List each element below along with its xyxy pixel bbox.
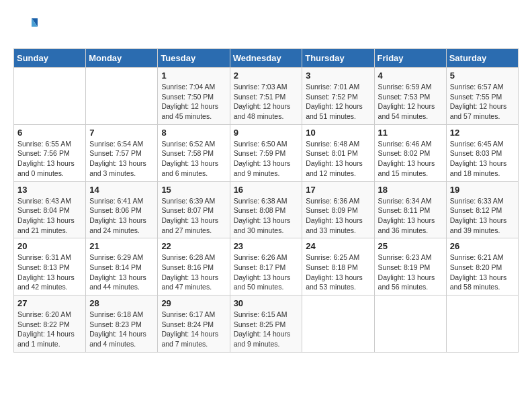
day-info: Sunrise: 6:38 AM Sunset: 8:08 PM Dayligh… <box>234 196 299 236</box>
day-number: 26 <box>450 241 515 251</box>
day-info: Sunrise: 6:18 AM Sunset: 8:23 PM Dayligh… <box>89 310 154 349</box>
day-number: 16 <box>234 185 299 195</box>
day-number: 15 <box>161 185 226 195</box>
calendar-cell: 1Sunrise: 7:04 AM Sunset: 7:50 PM Daylig… <box>158 68 230 125</box>
day-info: Sunrise: 6:50 AM Sunset: 7:59 PM Dayligh… <box>234 139 299 179</box>
calendar-week-5: 27Sunrise: 6:20 AM Sunset: 8:22 PM Dayli… <box>14 295 519 353</box>
day-number: 11 <box>378 128 443 138</box>
day-number: 24 <box>306 241 370 251</box>
day-number: 22 <box>161 241 226 251</box>
day-number: 20 <box>17 241 82 251</box>
day-info: Sunrise: 6:39 AM Sunset: 8:07 PM Dayligh… <box>161 196 226 236</box>
day-number: 9 <box>234 128 299 138</box>
calendar-table: SundayMondayTuesdayWednesdayThursdayFrid… <box>13 48 519 353</box>
day-info: Sunrise: 6:29 AM Sunset: 8:14 PM Dayligh… <box>89 253 154 292</box>
calendar-cell: 20Sunrise: 6:31 AM Sunset: 8:13 PM Dayli… <box>14 238 86 295</box>
calendar-cell: 13Sunrise: 6:43 AM Sunset: 8:04 PM Dayli… <box>14 181 86 238</box>
day-info: Sunrise: 6:46 AM Sunset: 8:02 PM Dayligh… <box>378 139 443 179</box>
calendar-cell: 14Sunrise: 6:41 AM Sunset: 8:06 PM Dayli… <box>86 181 158 238</box>
calendar-week-2: 6Sunrise: 6:55 AM Sunset: 7:56 PM Daylig… <box>14 124 519 181</box>
calendar-week-3: 13Sunrise: 6:43 AM Sunset: 8:04 PM Dayli… <box>14 181 519 238</box>
day-info: Sunrise: 7:01 AM Sunset: 7:52 PM Dayligh… <box>306 82 370 122</box>
weekday-header-tuesday: Tuesday <box>158 49 230 68</box>
day-info: Sunrise: 6:59 AM Sunset: 7:53 PM Dayligh… <box>378 82 443 122</box>
day-info: Sunrise: 6:34 AM Sunset: 8:11 PM Dayligh… <box>378 196 443 236</box>
day-info: Sunrise: 6:45 AM Sunset: 8:03 PM Dayligh… <box>450 139 515 179</box>
day-info: Sunrise: 6:48 AM Sunset: 8:01 PM Dayligh… <box>306 139 370 179</box>
calendar-cell: 15Sunrise: 6:39 AM Sunset: 8:07 PM Dayli… <box>158 181 230 238</box>
calendar-cell <box>302 295 374 353</box>
calendar-week-4: 20Sunrise: 6:31 AM Sunset: 8:13 PM Dayli… <box>14 238 519 295</box>
calendar-cell: 2Sunrise: 7:03 AM Sunset: 7:51 PM Daylig… <box>230 68 302 125</box>
calendar-cell: 22Sunrise: 6:28 AM Sunset: 8:16 PM Dayli… <box>158 238 230 295</box>
day-info: Sunrise: 7:04 AM Sunset: 7:50 PM Dayligh… <box>161 82 226 122</box>
calendar-cell: 19Sunrise: 6:33 AM Sunset: 8:12 PM Dayli… <box>446 181 518 238</box>
day-number: 8 <box>161 128 226 138</box>
calendar-cell <box>446 295 518 353</box>
day-number: 10 <box>306 128 370 138</box>
calendar-cell: 26Sunrise: 6:21 AM Sunset: 8:20 PM Dayli… <box>446 238 518 295</box>
day-number: 18 <box>378 185 443 195</box>
day-number: 17 <box>306 185 370 195</box>
calendar-cell: 8Sunrise: 6:52 AM Sunset: 7:58 PM Daylig… <box>158 124 230 181</box>
day-info: Sunrise: 6:41 AM Sunset: 8:06 PM Dayligh… <box>89 196 154 236</box>
weekday-header-monday: Monday <box>86 49 158 68</box>
calendar-week-1: 1Sunrise: 7:04 AM Sunset: 7:50 PM Daylig… <box>14 68 519 125</box>
calendar-cell: 24Sunrise: 6:25 AM Sunset: 8:18 PM Dayli… <box>302 238 374 295</box>
day-info: Sunrise: 6:36 AM Sunset: 8:09 PM Dayligh… <box>306 196 370 236</box>
calendar-cell: 10Sunrise: 6:48 AM Sunset: 8:01 PM Dayli… <box>302 124 374 181</box>
day-number: 14 <box>89 185 154 195</box>
day-number: 1 <box>161 71 226 81</box>
logo <box>13 13 40 38</box>
calendar-cell: 30Sunrise: 6:15 AM Sunset: 8:25 PM Dayli… <box>230 295 302 353</box>
page-header <box>13 13 519 38</box>
day-info: Sunrise: 6:25 AM Sunset: 8:18 PM Dayligh… <box>306 253 370 292</box>
calendar-cell <box>86 68 158 125</box>
calendar-cell: 6Sunrise: 6:55 AM Sunset: 7:56 PM Daylig… <box>14 124 86 181</box>
calendar-cell: 28Sunrise: 6:18 AM Sunset: 8:23 PM Dayli… <box>86 295 158 353</box>
day-info: Sunrise: 6:28 AM Sunset: 8:16 PM Dayligh… <box>161 253 226 292</box>
day-info: Sunrise: 6:52 AM Sunset: 7:58 PM Dayligh… <box>161 139 226 179</box>
day-info: Sunrise: 6:55 AM Sunset: 7:56 PM Dayligh… <box>17 139 82 179</box>
weekday-header-saturday: Saturday <box>446 49 518 68</box>
day-number: 6 <box>17 128 82 138</box>
calendar-cell: 25Sunrise: 6:23 AM Sunset: 8:19 PM Dayli… <box>374 238 446 295</box>
weekday-header-thursday: Thursday <box>302 49 374 68</box>
day-number: 13 <box>17 185 82 195</box>
calendar-cell: 17Sunrise: 6:36 AM Sunset: 8:09 PM Dayli… <box>302 181 374 238</box>
calendar-cell: 7Sunrise: 6:54 AM Sunset: 7:57 PM Daylig… <box>86 124 158 181</box>
day-info: Sunrise: 6:20 AM Sunset: 8:22 PM Dayligh… <box>17 310 82 349</box>
calendar-cell: 12Sunrise: 6:45 AM Sunset: 8:03 PM Dayli… <box>446 124 518 181</box>
day-number: 21 <box>89 241 154 251</box>
calendar-cell <box>374 295 446 353</box>
calendar-cell: 9Sunrise: 6:50 AM Sunset: 7:59 PM Daylig… <box>230 124 302 181</box>
day-info: Sunrise: 6:15 AM Sunset: 8:25 PM Dayligh… <box>234 310 299 349</box>
day-number: 2 <box>234 71 299 81</box>
day-number: 4 <box>378 71 443 81</box>
weekday-header-row: SundayMondayTuesdayWednesdayThursdayFrid… <box>14 49 519 68</box>
day-number: 5 <box>450 71 515 81</box>
calendar-cell: 3Sunrise: 7:01 AM Sunset: 7:52 PM Daylig… <box>302 68 374 125</box>
calendar-cell: 4Sunrise: 6:59 AM Sunset: 7:53 PM Daylig… <box>374 68 446 125</box>
day-info: Sunrise: 6:31 AM Sunset: 8:13 PM Dayligh… <box>17 253 82 292</box>
day-info: Sunrise: 6:23 AM Sunset: 8:19 PM Dayligh… <box>378 253 443 292</box>
day-info: Sunrise: 7:03 AM Sunset: 7:51 PM Dayligh… <box>234 82 299 122</box>
day-number: 19 <box>450 185 515 195</box>
day-number: 27 <box>17 298 82 308</box>
day-info: Sunrise: 6:21 AM Sunset: 8:20 PM Dayligh… <box>450 253 515 292</box>
weekday-header-friday: Friday <box>374 49 446 68</box>
day-info: Sunrise: 6:17 AM Sunset: 8:24 PM Dayligh… <box>161 310 226 349</box>
logo-icon <box>13 13 38 38</box>
calendar-cell: 5Sunrise: 6:57 AM Sunset: 7:55 PM Daylig… <box>446 68 518 125</box>
day-number: 23 <box>234 241 299 251</box>
calendar-cell: 23Sunrise: 6:26 AM Sunset: 8:17 PM Dayli… <box>230 238 302 295</box>
day-number: 7 <box>89 128 154 138</box>
calendar-cell: 18Sunrise: 6:34 AM Sunset: 8:11 PM Dayli… <box>374 181 446 238</box>
day-number: 3 <box>306 71 370 81</box>
day-number: 30 <box>234 298 299 308</box>
calendar-cell: 11Sunrise: 6:46 AM Sunset: 8:02 PM Dayli… <box>374 124 446 181</box>
calendar-cell: 16Sunrise: 6:38 AM Sunset: 8:08 PM Dayli… <box>230 181 302 238</box>
calendar-cell <box>14 68 86 125</box>
calendar-cell: 27Sunrise: 6:20 AM Sunset: 8:22 PM Dayli… <box>14 295 86 353</box>
day-info: Sunrise: 6:43 AM Sunset: 8:04 PM Dayligh… <box>17 196 82 236</box>
